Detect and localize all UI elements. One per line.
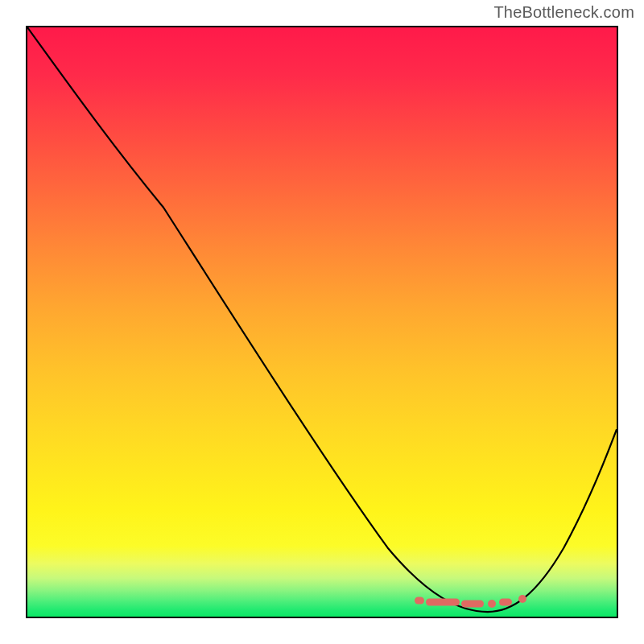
optimal-marker — [415, 597, 424, 604]
optimal-marker — [426, 599, 460, 606]
optimal-marker — [488, 600, 496, 608]
curve-svg — [27, 27, 617, 617]
watermark-text: TheBottleneck.com — [493, 3, 634, 22]
optimal-marker — [461, 600, 484, 607]
bottleneck-curve — [27, 27, 617, 612]
plot-area — [26, 26, 618, 618]
optimal-marker — [499, 599, 512, 606]
optimal-marker — [518, 595, 526, 603]
